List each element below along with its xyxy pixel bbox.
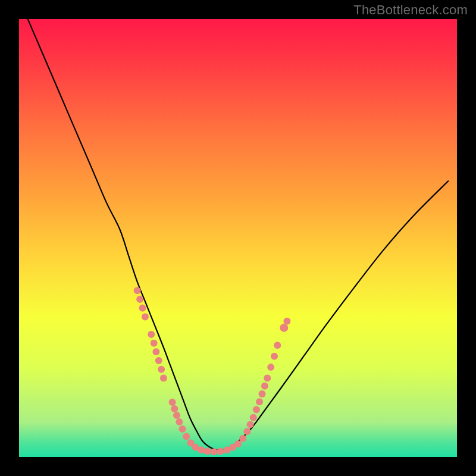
plot-area xyxy=(19,19,457,457)
curve-markers-group xyxy=(134,287,291,455)
curve-marker xyxy=(151,340,158,347)
chart-svg xyxy=(19,19,457,457)
curve-marker xyxy=(264,375,271,382)
curve-marker xyxy=(148,331,155,338)
curve-marker xyxy=(256,398,263,405)
curve-marker xyxy=(155,357,162,364)
curve-marker xyxy=(139,305,146,312)
curve-marker xyxy=(179,425,186,433)
curve-marker xyxy=(253,406,260,414)
curve-marker xyxy=(283,318,290,325)
curve-marker xyxy=(203,447,211,455)
curve-marker xyxy=(211,448,218,455)
curve-marker xyxy=(183,433,190,440)
curve-marker xyxy=(239,435,246,442)
curve-marker xyxy=(280,324,288,332)
curve-marker xyxy=(160,375,167,382)
curve-marker xyxy=(247,421,254,428)
watermark-text: TheBottleneck.com xyxy=(353,2,468,18)
curve-marker xyxy=(274,342,281,349)
curve-marker xyxy=(171,405,178,412)
curve-marker xyxy=(173,412,180,419)
curve-marker xyxy=(176,418,183,425)
curve-marker xyxy=(250,414,257,421)
curve-marker xyxy=(267,364,274,371)
curve-marker xyxy=(134,287,141,294)
curve-marker xyxy=(142,313,149,320)
curve-marker xyxy=(234,440,242,447)
curve-marker xyxy=(169,399,176,406)
chart-frame: TheBottleneck.com xyxy=(0,0,476,476)
curve-marker xyxy=(271,353,278,360)
curve-marker xyxy=(261,383,268,390)
curve-marker xyxy=(136,296,143,303)
curve-marker xyxy=(243,428,250,435)
curve-marker xyxy=(158,366,165,373)
bottleneck-curve xyxy=(28,19,449,450)
curve-marker xyxy=(152,348,159,355)
curve-marker xyxy=(258,390,265,397)
curve-marker xyxy=(217,447,224,455)
curve-marker xyxy=(198,446,205,453)
